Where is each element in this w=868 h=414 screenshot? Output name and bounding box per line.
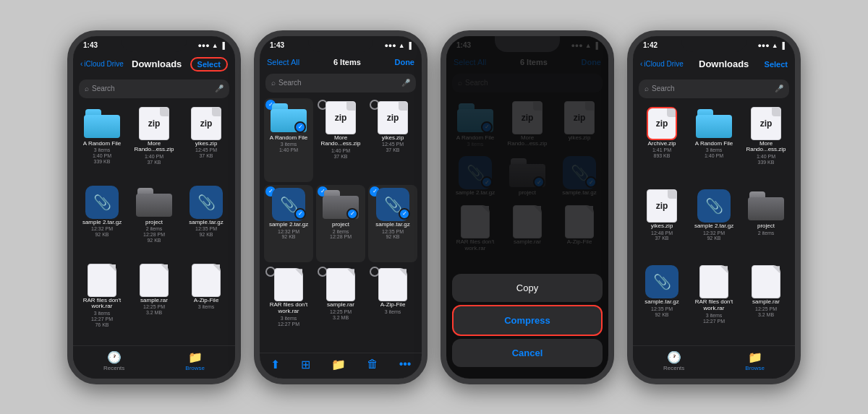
file-item-attach2[interactable]: 📎 sample.tar.gz 12:35 PM92 KB xyxy=(637,262,686,342)
select-all-button[interactable]: Select All xyxy=(267,58,299,66)
file-item-zip2[interactable]: zip yikes.zip 12:45 PM37 KB xyxy=(368,98,417,182)
file-name: project xyxy=(757,223,775,230)
file-item-rar[interactable]: RAR files don't work.rar 3 items12:27 PM xyxy=(264,265,313,349)
done-button[interactable]: Done xyxy=(394,58,414,66)
file-item-folder[interactable]: ✓ ✓ A Random File 3 items1:40 PM xyxy=(264,98,313,182)
file-item-attach2[interactable]: 📎 sample.tar.gz 12:35 PM92 KB xyxy=(182,183,231,258)
file-meta: 12:35 PM92 KB xyxy=(382,229,404,240)
file-name: sample 2.tar.gz xyxy=(694,223,733,230)
compress-action-button[interactable]: Compress xyxy=(452,305,603,336)
tab-recents[interactable]: 🕐 Recents xyxy=(103,350,124,371)
doc-wrapper2 xyxy=(322,268,359,301)
file-item-folder2[interactable]: ✓ ✓ project 2 items12:28 PM xyxy=(316,185,365,262)
file-item-attach1[interactable]: 📎 sample 2.tar.gz 12:32 PM92 KB xyxy=(689,186,739,259)
file-name: project xyxy=(145,220,163,226)
zip-icon-wrapper: zip xyxy=(747,107,785,140)
battery-icon: ▐ xyxy=(221,42,225,49)
file-item-rar2[interactable]: sample.rar 12:25 PM3.2 MB xyxy=(316,265,365,349)
trash-icon[interactable]: 🗑 xyxy=(367,358,378,371)
file-item-azipfile[interactable]: A-Zip-File 3 items xyxy=(182,261,231,342)
share-icon[interactable]: ⬆ xyxy=(271,358,280,371)
signal-icon: ●●● xyxy=(384,42,396,49)
attach-icon: 📎 xyxy=(697,189,731,223)
file-item-zip1[interactable]: zip More Rando...ess.zip 1:40 PM37 KB xyxy=(129,104,179,180)
phone4-notch xyxy=(681,36,746,52)
phone4-search-bar[interactable]: ⌕ Search 🎤 xyxy=(639,79,789,98)
file-meta: 1:40 PM37 KB xyxy=(331,148,350,159)
zip-icon2: zip xyxy=(647,189,677,223)
zip-icon-wrapper: zip xyxy=(187,107,225,140)
zip-icon: zip xyxy=(139,107,169,140)
file-item-rar[interactable]: RAR files don't work.rar 3 items12:27 PM… xyxy=(77,261,127,342)
doc-wrapper xyxy=(695,265,733,298)
attach-icon2: 📎 xyxy=(645,265,678,298)
file-meta: 1:41 PM893 KB xyxy=(652,147,671,158)
doc-icon3 xyxy=(378,268,407,301)
folder-move-icon[interactable]: 📁 xyxy=(331,358,346,371)
phone1-screen: 1:43 ●●● ▲ ▐ ‹ iCloud Drive Downloads Se… xyxy=(73,36,235,379)
copy-action-button[interactable]: Copy xyxy=(452,274,603,302)
file-meta: 3 items1:40 PM339 KB xyxy=(93,147,111,164)
file-item-folder[interactable]: A Random File 3 items1:40 PM xyxy=(689,104,739,184)
file-item-attach1[interactable]: 📎 sample 2.tar.gz 12:32 PM92 KB xyxy=(77,183,127,258)
file-item-rar[interactable]: RAR files don't work.rar 3 items12:27 PM xyxy=(689,262,739,342)
zip-icon-wrapper-archive: zip xyxy=(643,107,681,140)
folder-dark-wrapper xyxy=(747,189,785,223)
file-item-zip2[interactable]: zip yikes.zip 12:48 PM37 KB xyxy=(637,186,686,259)
phone3-screen: 1:43 ●●● ▲ ▐ Select All 6 Items Done ⌕ S… xyxy=(446,36,608,379)
zip-icon: zip xyxy=(751,107,781,140)
file-item-zip1[interactable]: zip More Rando...ess.zip 1:40 PM37 KB xyxy=(316,98,365,182)
phone1-nav-back-label: iCloud Drive xyxy=(84,60,123,68)
mic-icon: 🎤 xyxy=(401,79,410,87)
file-item-folder[interactable]: A Random File 3 items1:40 PM339 KB xyxy=(77,104,127,180)
file-name: yikes.zip xyxy=(195,141,218,147)
phone4: 1:42 ●●● ▲ ▐ ‹ iCloud Drive Downloads Se… xyxy=(627,30,801,384)
phone2-search-bar[interactable]: ⌕ Search 🎤 xyxy=(265,74,416,92)
attachment-icon2: 📎 xyxy=(190,186,223,219)
file-name: A Random File xyxy=(270,135,307,142)
file-item-attach2[interactable]: ✓ 📎 ✓ sample.tar.gz 12:35 PM92 KB xyxy=(368,185,417,262)
file-name: sample 2.tar.gz xyxy=(82,220,122,226)
attach-wrapper2: 📎 xyxy=(643,265,681,298)
phone4-select-button[interactable]: Select xyxy=(765,60,788,69)
doc-icon-wrapper2 xyxy=(135,264,173,297)
file-item-zip2[interactable]: zip yikes.zip 12:45 PM37 KB xyxy=(182,104,231,180)
doc-icon xyxy=(699,265,728,298)
file-meta: 12:35 PM92 KB xyxy=(651,306,673,317)
file-item-rar2[interactable]: sample.rar 12:25 PM3.2 MB xyxy=(129,261,179,342)
phone1-back-button[interactable]: ‹ iCloud Drive xyxy=(80,60,124,68)
phone1-select-button[interactable]: Select xyxy=(190,57,228,72)
tab-browse[interactable]: 📁 Browse xyxy=(185,350,205,371)
phone4-back-button[interactable]: ‹ iCloud Drive xyxy=(640,60,684,68)
file-item-rar2[interactable]: sample.rar 12:25 PM3.2 MB xyxy=(741,262,791,342)
cancel-action-button[interactable]: Cancel xyxy=(452,339,603,367)
attach-icon-wrapper: 📎 xyxy=(83,186,121,219)
zip-icon-wrapper2: zip xyxy=(374,101,412,134)
file-item-folder2[interactable]: project 2 items xyxy=(741,186,791,259)
search-icon: ⌕ xyxy=(85,85,89,92)
file-item-attach1[interactable]: ✓ 📎 ✓ sample 2.tar.gz 12:32 PM92 KB xyxy=(264,185,313,262)
phone2-wrapper: 1:43 ●●● ▲ ▐ Select All 6 Items Done ⌕ S… xyxy=(254,30,427,384)
tab-recents[interactable]: 🕐 Recents xyxy=(663,350,684,371)
recents-icon: 🕐 xyxy=(667,350,681,364)
phone4-status-icons: ●●● ▲ ▐ xyxy=(757,42,785,49)
doc-icon-wrapper3 xyxy=(187,264,225,297)
file-item-zip1[interactable]: zip More Rando...ess.zip 1:40 PM339 KB xyxy=(741,104,791,184)
file-item-folder2[interactable]: project 2 items12:28 PM92 KB xyxy=(129,183,179,258)
zip-icon-wrapper: zip xyxy=(135,107,173,140)
phone3-action-sheet-overlay: Copy Compress Cancel xyxy=(446,36,608,379)
file-item-archive[interactable]: zip Archive.zip 1:41 PM893 KB xyxy=(637,104,686,184)
file-meta: 12:35 PM92 KB xyxy=(195,226,217,237)
wifi-icon: ▲ xyxy=(212,42,218,49)
file-name: More Rando...ess.zip xyxy=(744,141,788,154)
tab-browse[interactable]: 📁 Browse xyxy=(745,350,765,371)
more-icon[interactable]: ••• xyxy=(399,358,412,371)
browse-icon: 📁 xyxy=(748,350,762,364)
phone3-action-sheet: Copy Compress Cancel xyxy=(446,268,608,373)
file-item-azipfile[interactable]: A-Zip-File 3 items xyxy=(368,265,417,349)
file-name: A-Zip-File xyxy=(194,298,219,304)
zip-icon: zip xyxy=(191,107,221,140)
phone1-search-bar[interactable]: ⌕ Search 🎤 xyxy=(79,79,229,98)
file-name: More Rando...ess.zip xyxy=(319,135,362,148)
copy-icon[interactable]: ⊞ xyxy=(301,358,310,371)
